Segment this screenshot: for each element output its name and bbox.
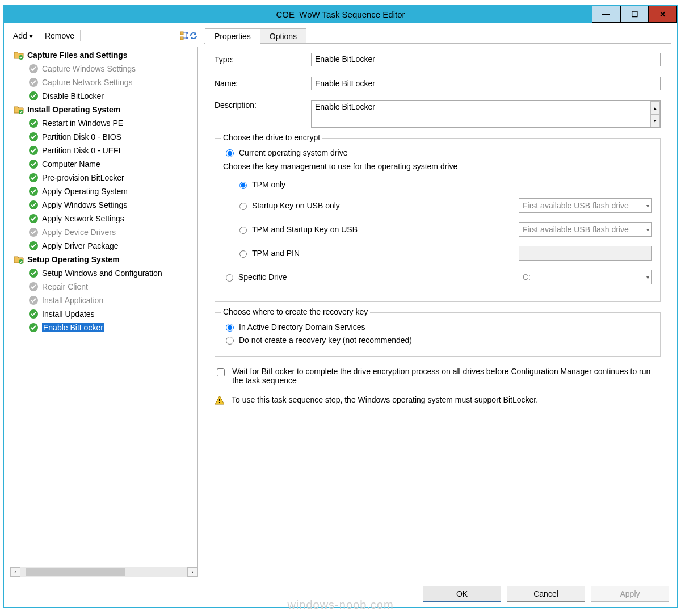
radio-tpm-usb[interactable]	[239, 227, 247, 234]
tree-scrollbar[interactable]: ‹ ›	[10, 567, 197, 577]
ok-button[interactable]: OK	[423, 586, 501, 602]
tree-item-label: Install Updates	[42, 309, 95, 319]
name-input[interactable]	[311, 77, 661, 90]
radio-tpm-pin[interactable]	[239, 250, 247, 258]
remove-label: Remove	[45, 31, 74, 40]
radio-recovery-none[interactable]	[226, 337, 234, 345]
tree-item[interactable]: Install Application	[10, 294, 197, 307]
tree-item[interactable]: Install Updates	[10, 307, 197, 321]
radio-specific-drive[interactable]	[226, 274, 233, 282]
check-ok-icon	[28, 213, 39, 224]
wait-checkbox[interactable]	[217, 368, 225, 377]
properties-pane: Type: Enable BitLocker Name: Description…	[204, 43, 671, 577]
tree-item-label: Apply Driver Package	[42, 241, 119, 250]
tree-item-label: Capture Windows Settings	[42, 64, 136, 73]
tree-item[interactable]: Partition Disk 0 - BIOS	[10, 130, 197, 144]
tab-options[interactable]: Options	[260, 28, 306, 43]
close-button[interactable]: ✕	[649, 6, 677, 23]
scroll-right-button[interactable]: ›	[187, 567, 197, 577]
scroll-track[interactable]	[20, 567, 187, 577]
tree-item-label: Enable BitLocker	[42, 323, 104, 332]
tree-item-label: Pre-provision BitLocker	[42, 173, 124, 182]
task-tree[interactable]: Capture Files and SettingsCapture Window…	[10, 47, 198, 577]
tree-item-label: Disable BitLocker	[42, 91, 104, 100]
tree-item[interactable]: Restart in Windows PE	[10, 116, 197, 130]
label-recovery-ad: In Active Directory Domain Services	[239, 322, 365, 332]
textarea-scroll[interactable]: ▴▾	[650, 101, 660, 127]
usb-only-combo[interactable]: First available USB flash drive▾	[519, 198, 652, 213]
tree-item[interactable]: Apply Operating System	[10, 185, 197, 198]
tree-group[interactable]: Capture Files and Settings	[10, 48, 197, 62]
pin-input[interactable]	[519, 246, 652, 261]
scroll-left-button[interactable]: ‹	[10, 567, 20, 577]
tree-item[interactable]: Apply Driver Package	[10, 239, 197, 253]
scroll-thumb[interactable]	[26, 568, 125, 576]
warning-icon	[215, 395, 225, 405]
tree-item[interactable]: Setup Windows and Configuration	[10, 266, 197, 280]
tree-item[interactable]: Enable BitLocker	[10, 321, 197, 334]
tree-item[interactable]: Apply Windows Settings	[10, 198, 197, 212]
tree-item[interactable]: Computer Name	[10, 157, 197, 171]
tree-item[interactable]: Capture Network Settings	[10, 76, 197, 89]
check-ok-icon	[28, 200, 39, 210]
tree-item[interactable]: Repair Client	[10, 280, 197, 294]
tree-item-label: Partition Disk 0 - BIOS	[42, 132, 121, 141]
tree-item-label: Install Application	[42, 296, 103, 305]
tree-structure-icon[interactable]	[180, 31, 189, 40]
tree-item[interactable]: Partition Disk 0 - UEFI	[10, 144, 197, 157]
remove-button[interactable]: Remove	[41, 30, 78, 41]
editor-window: COE_WoW Task Sequence Editor — ☐ ✕ Add ▾…	[3, 5, 678, 608]
cancel-button[interactable]: Cancel	[507, 586, 585, 602]
check-ok-icon	[28, 132, 39, 142]
name-label: Name:	[215, 79, 311, 88]
apply-button[interactable]: Apply	[591, 586, 669, 602]
maximize-button[interactable]: ☐	[620, 6, 649, 23]
tpm-usb-combo[interactable]: First available USB flash drive▾	[519, 222, 652, 237]
tree-item[interactable]: Disable BitLocker	[10, 89, 197, 103]
toolbar-separator	[39, 30, 39, 41]
add-label: Add	[13, 31, 27, 40]
radio-current-os-drive[interactable]	[226, 149, 234, 157]
chevron-down-icon: ▾	[646, 227, 649, 233]
description-input[interactable]: Enable BitLocker	[312, 101, 650, 127]
tree-item[interactable]: Apply Device Drivers	[10, 225, 197, 239]
check-ok-icon	[28, 91, 39, 101]
minimize-button[interactable]: —	[592, 6, 620, 23]
key-mgmt-hint: Choose the key management to use for the…	[223, 162, 652, 171]
recovery-group-title: Choose where to create the recovery key	[221, 307, 370, 316]
specific-drive-combo[interactable]: C:▾	[519, 270, 652, 284]
toolbar-separator	[80, 30, 81, 41]
encrypt-groupbox: Choose the drive to encrypt Current oper…	[215, 138, 661, 302]
maximize-icon: ☐	[631, 10, 638, 19]
check-ok-icon	[28, 309, 39, 319]
label-tpm-pin: TPM and PIN	[252, 249, 300, 258]
tree-group[interactable]: Install Operating System	[10, 103, 197, 116]
check-ok-icon	[28, 159, 39, 169]
check-ok-icon	[28, 268, 39, 278]
check-ok-icon	[28, 118, 39, 128]
tree-item[interactable]: Pre-provision BitLocker	[10, 171, 197, 185]
radio-tpm-only[interactable]	[239, 182, 247, 189]
svg-rect-1	[180, 37, 183, 40]
check-ok-icon	[28, 186, 39, 196]
add-button[interactable]: Add ▾	[10, 30, 36, 41]
encrypt-group-title: Choose the drive to encrypt	[221, 133, 322, 142]
tree-item-label: Capture Network Settings	[42, 78, 133, 87]
svg-rect-0	[180, 32, 183, 35]
tree-item[interactable]: Apply Network Settings	[10, 212, 197, 225]
radio-usb-only[interactable]	[239, 203, 247, 210]
tree-group[interactable]: Setup Operating System	[10, 253, 197, 266]
left-toolbar: Add ▾ Remove	[10, 28, 198, 44]
refresh-icon[interactable]	[189, 31, 198, 40]
tree-item-label: Restart in Windows PE	[42, 119, 123, 128]
tree-item-label: Partition Disk 0 - UEFI	[42, 146, 120, 155]
tree-item[interactable]: Capture Windows Settings	[10, 62, 197, 76]
tree-item-label: Apply Operating System	[42, 187, 128, 196]
folder-icon	[14, 50, 24, 60]
chevron-down-icon: ▾	[29, 31, 33, 40]
tree-item-label: Apply Device Drivers	[42, 228, 116, 237]
info-text: To use this task sequence step, the Wind…	[232, 395, 538, 404]
radio-recovery-ad[interactable]	[226, 324, 234, 332]
dialog-buttons: OK Cancel Apply	[4, 580, 677, 607]
tab-properties[interactable]: Properties	[205, 28, 260, 44]
